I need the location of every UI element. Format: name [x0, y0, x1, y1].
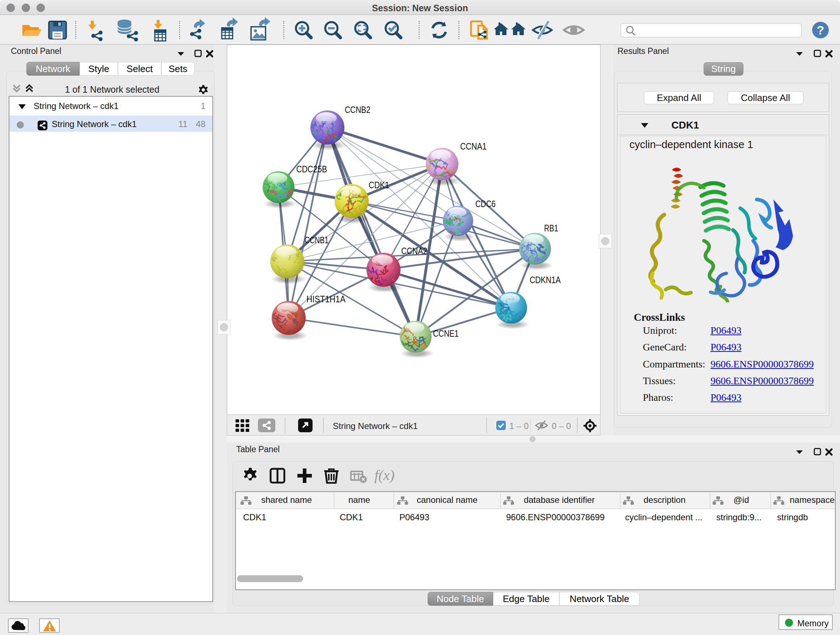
svg-text:CDKN1A: CDKN1A [530, 274, 561, 285]
svg-text:f(x): f(x) [374, 468, 395, 483]
svg-text:?: ? [817, 23, 824, 37]
svg-text:CDK1: CDK1 [369, 180, 389, 190]
svg-text:CDC25B: CDC25B [296, 164, 327, 174]
svg-text:RB1: RB1 [544, 223, 558, 233]
svg-text:CCNA2: CCNA2 [401, 245, 427, 256]
svg-text:CCNB2: CCNB2 [345, 104, 370, 115]
svg-text:CCNA1: CCNA1 [460, 141, 486, 152]
svg-text:CCNB1: CCNB1 [305, 234, 328, 245]
svg-text:HIST1H1A: HIST1H1A [306, 294, 346, 304]
svg-text:CDC6: CDC6 [475, 198, 496, 209]
svg-text:CCNE1: CCNE1 [433, 328, 459, 339]
